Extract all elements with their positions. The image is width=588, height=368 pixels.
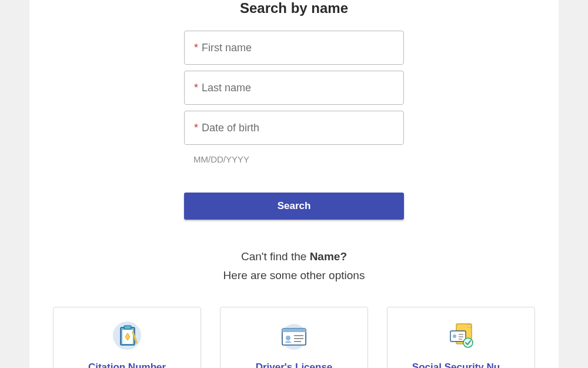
cant-find-bold: Name?: [310, 250, 347, 263]
last-name-label: Last name: [202, 82, 251, 94]
svg-point-19: [463, 338, 473, 347]
search-form: * First name * Last name * Date of birth…: [29, 31, 559, 220]
option-label: Driver's License: [256, 362, 333, 368]
option-drivers-license[interactable]: Driver's License: [220, 307, 368, 368]
last-name-field-wrap: * Last name: [184, 71, 404, 105]
options-row: Citation Number Driver's License: [29, 307, 559, 368]
svg-rect-14: [450, 331, 466, 342]
svg-point-9: [286, 336, 290, 340]
svg-point-15: [453, 334, 456, 338]
search-button[interactable]: Search: [184, 193, 404, 220]
first-name-label: First name: [202, 42, 252, 54]
id-card-icon: [276, 318, 312, 353]
svg-rect-8: [282, 329, 306, 332]
search-page: Search by name * First name * Last name …: [29, 0, 559, 368]
dob-hint: MM/DD/YYYY: [184, 151, 404, 164]
dob-input[interactable]: * Date of birth: [184, 111, 404, 145]
cant-find-prefix: Can't find the: [241, 250, 310, 263]
svg-rect-3: [124, 326, 131, 329]
dob-field-wrap: * Date of birth: [184, 111, 404, 145]
required-asterisk: *: [194, 42, 198, 54]
dob-label: Date of birth: [202, 122, 259, 134]
option-citation-number[interactable]: Citation Number: [53, 307, 201, 368]
other-options-text: Here are some other options: [29, 269, 559, 282]
clipboard-icon: [109, 318, 145, 353]
last-name-input[interactable]: * Last name: [184, 71, 404, 105]
required-asterisk: *: [194, 82, 198, 94]
document-check-icon: [443, 318, 479, 353]
first-name-field-wrap: * First name: [184, 31, 404, 65]
first-name-input[interactable]: * First name: [184, 31, 404, 65]
cant-find-text: Can't find the Name?: [29, 250, 559, 263]
page-title: Search by name: [29, 0, 559, 31]
option-label: Citation Number: [88, 362, 166, 368]
option-ssn[interactable]: Social Security Nu…: [387, 307, 535, 368]
required-asterisk: *: [194, 122, 198, 134]
option-label: Social Security Nu…: [412, 362, 510, 368]
